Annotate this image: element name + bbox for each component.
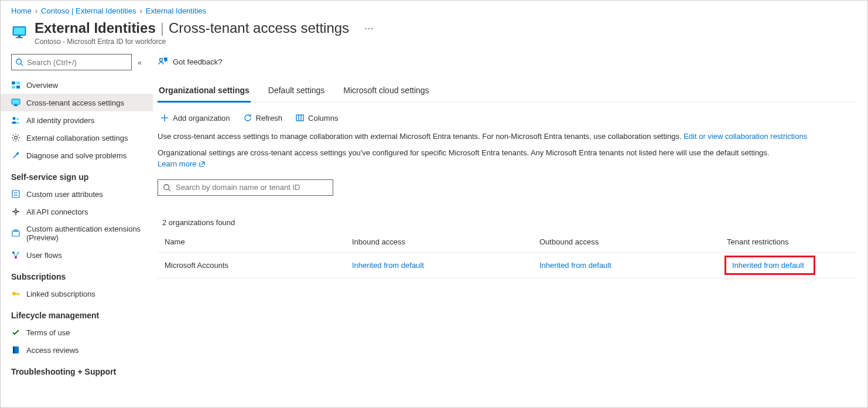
svg-line-5 xyxy=(21,64,23,66)
svg-point-24 xyxy=(15,256,17,259)
sidebar: « Overview Cross-tenant access settings … xyxy=(1,54,153,407)
toolbar-label: Columns xyxy=(308,114,338,123)
page-subtitle: Cross-tenant access settings xyxy=(169,20,349,36)
gear-icon xyxy=(11,133,20,142)
svg-point-4 xyxy=(16,59,22,64)
page-header: External Identities | Cross-tenant acces… xyxy=(1,18,867,54)
search-organizations-input[interactable] xyxy=(176,183,328,192)
feedback-button[interactable]: Got feedback? xyxy=(158,54,856,82)
learn-more-link[interactable]: Learn more xyxy=(158,158,206,170)
breadcrumb-external-identities[interactable]: External Identities xyxy=(146,6,206,15)
tab-microsoft-cloud-settings[interactable]: Microsoft cloud settings xyxy=(342,82,430,103)
sidebar-item-label: Terms of use xyxy=(26,328,70,337)
column-name[interactable]: Name xyxy=(158,232,345,253)
svg-rect-3 xyxy=(16,37,23,38)
sidebar-item-custom-auth-ext[interactable]: Custom authentication extensions (Previe… xyxy=(1,220,153,246)
more-actions-button[interactable]: ⋯ xyxy=(362,21,376,36)
sidebar-item-linked-subscriptions[interactable]: Linked subscriptions xyxy=(1,285,153,302)
sidebar-item-api-connectors[interactable]: All API connectors xyxy=(1,203,153,220)
sidebar-item-label: Overview xyxy=(26,81,58,90)
sidebar-item-diagnose[interactable]: Diagnose and solve problems xyxy=(1,147,153,164)
svg-point-19 xyxy=(15,210,17,213)
add-organization-button[interactable]: Add organization xyxy=(160,113,230,123)
svg-line-37 xyxy=(169,189,171,191)
sidebar-item-label: Cross-tenant access settings xyxy=(26,98,124,107)
svg-rect-7 xyxy=(16,81,20,84)
svg-rect-11 xyxy=(15,104,17,106)
edit-collaboration-restrictions-link[interactable]: Edit or view collaboration restrictions xyxy=(684,132,807,141)
sidebar-item-label: Linked subscriptions xyxy=(26,290,95,298)
key-icon xyxy=(11,289,20,298)
outbound-access-link[interactable]: Inherited from default xyxy=(539,261,611,270)
tenant-restrictions-highlight: Inherited from default xyxy=(725,256,815,275)
search-icon xyxy=(15,58,23,66)
svg-point-14 xyxy=(16,118,19,120)
sidebar-item-custom-attributes[interactable]: Custom user attributes xyxy=(1,185,153,203)
svg-rect-9 xyxy=(16,86,20,89)
sidebar-section-lifecycle: Lifecycle management xyxy=(1,302,153,324)
table-row[interactable]: Microsoft Accounts Inherited from defaul… xyxy=(158,252,856,278)
svg-rect-6 xyxy=(12,81,15,84)
column-outbound[interactable]: Outbound access xyxy=(532,232,720,253)
svg-point-15 xyxy=(15,137,18,140)
svg-rect-29 xyxy=(13,346,15,353)
monitor-icon xyxy=(11,98,20,107)
svg-rect-12 xyxy=(13,106,18,106)
extension-icon xyxy=(11,229,20,238)
breadcrumb: Home › Contoso | External Identities › E… xyxy=(1,1,867,18)
column-restrictions[interactable]: Tenant restrictions xyxy=(720,232,856,253)
breadcrumb-home[interactable]: Home xyxy=(11,6,32,15)
sidebar-item-terms-of-use[interactable]: Terms of use xyxy=(1,324,153,341)
svg-point-30 xyxy=(160,59,163,62)
sidebar-item-identity-providers[interactable]: All identity providers xyxy=(1,111,153,129)
plus-icon xyxy=(160,113,169,123)
svg-rect-8 xyxy=(12,86,15,89)
sidebar-item-label: User flows xyxy=(26,251,62,260)
attributes-icon xyxy=(11,189,20,199)
page-title: External Identities xyxy=(35,20,156,36)
sidebar-section-subscriptions: Subscriptions xyxy=(1,264,153,285)
svg-rect-33 xyxy=(296,115,303,121)
page-caption: Contoso - Microsoft Entra ID for workfor… xyxy=(35,38,376,46)
tab-default-settings[interactable]: Default settings xyxy=(267,82,326,103)
organizations-count: 2 organizations found xyxy=(158,206,856,232)
external-identities-icon xyxy=(11,23,28,40)
toolbar: Add organization Refresh Columns xyxy=(158,103,856,128)
svg-rect-27 xyxy=(18,293,19,295)
sidebar-item-label: All identity providers xyxy=(26,116,94,125)
external-link-icon xyxy=(199,161,206,168)
refresh-button[interactable]: Refresh xyxy=(243,113,283,123)
sidebar-search-input[interactable] xyxy=(27,58,128,67)
overview-icon xyxy=(11,80,20,90)
cell-name: Microsoft Accounts xyxy=(158,252,345,278)
chevron-right-icon: › xyxy=(139,6,142,15)
sidebar-search[interactable] xyxy=(11,54,132,70)
refresh-icon xyxy=(243,113,252,123)
sidebar-item-access-reviews[interactable]: Access reviews xyxy=(1,341,153,359)
sidebar-item-label: Custom authentication extensions (Previe… xyxy=(26,225,147,242)
toolbar-label: Refresh xyxy=(256,114,283,123)
inbound-access-link[interactable]: Inherited from default xyxy=(352,261,424,270)
svg-rect-10 xyxy=(12,99,20,104)
breadcrumb-contoso[interactable]: Contoso | External Identities xyxy=(41,6,136,15)
tab-organizational-settings[interactable]: Organizational settings xyxy=(158,82,251,103)
book-icon xyxy=(11,345,20,355)
sidebar-item-external-collab[interactable]: External collaboration settings xyxy=(1,129,153,147)
search-organizations[interactable] xyxy=(158,179,333,196)
people-icon xyxy=(11,115,20,125)
sidebar-item-cross-tenant[interactable]: Cross-tenant access settings xyxy=(1,94,153,111)
sidebar-item-overview[interactable]: Overview xyxy=(1,76,153,94)
collapse-sidebar-button[interactable]: « xyxy=(138,58,142,67)
sidebar-item-label: Custom user attributes xyxy=(26,190,103,199)
search-icon xyxy=(163,183,171,192)
tenant-restrictions-link[interactable]: Inherited from default xyxy=(732,261,804,270)
sidebar-item-label: All API connectors xyxy=(26,208,88,216)
sidebar-item-user-flows[interactable]: User flows xyxy=(1,246,153,264)
toolbar-label: Add organization xyxy=(173,114,230,123)
sidebar-item-label: Access reviews xyxy=(26,346,79,355)
svg-rect-0 xyxy=(13,27,26,35)
column-inbound[interactable]: Inbound access xyxy=(345,232,532,253)
feedback-icon xyxy=(158,56,168,67)
sidebar-item-label: Diagnose and solve problems xyxy=(26,151,127,160)
columns-button[interactable]: Columns xyxy=(295,113,338,123)
